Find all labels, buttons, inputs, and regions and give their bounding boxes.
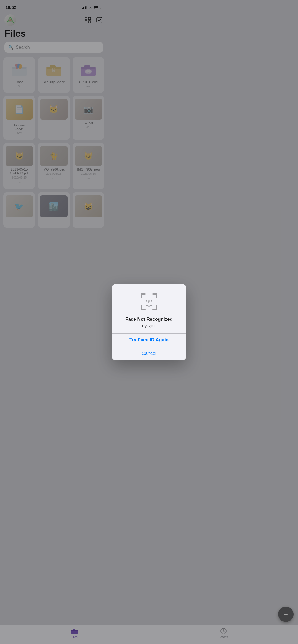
modal-overlay: Face Not Recognized Try Again Try Face I… [0,0,108,255]
